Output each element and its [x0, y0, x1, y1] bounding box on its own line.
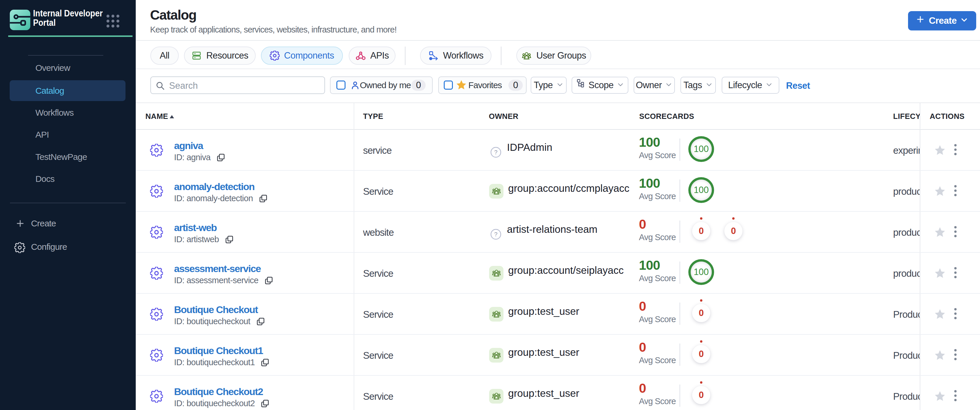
svg-text:?: ?	[494, 231, 497, 238]
svg-text:?: ?	[494, 149, 497, 155]
